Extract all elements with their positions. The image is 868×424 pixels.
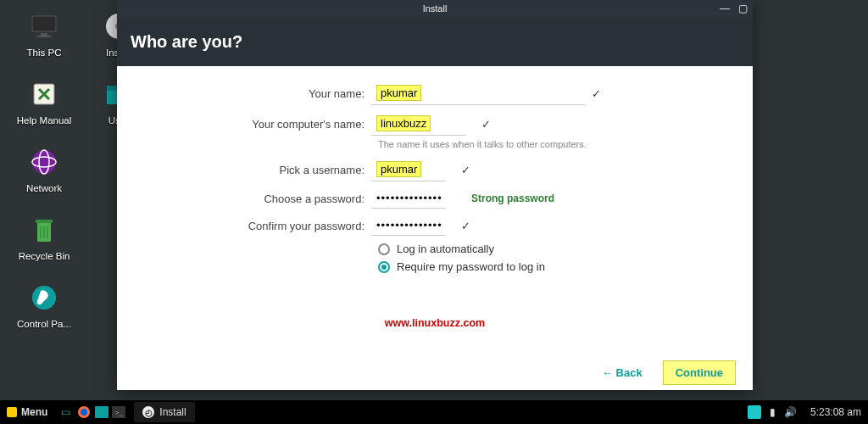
desktop-icon-label: Help Manual [17, 115, 72, 126]
password-input[interactable]: •••••••••••••• [371, 188, 446, 209]
minimize-button[interactable]: — [720, 3, 730, 14]
quick-launch: ▭ >_ [54, 404, 129, 420]
desktop-icon-label: Network [26, 183, 62, 193]
desktop-icon-label: This PC [27, 47, 62, 58]
watermark: www.linuxbuzz.com [117, 317, 753, 329]
wizard-heading: Who are you? [117, 17, 753, 66]
desktop-network[interactable]: Network [14, 144, 75, 193]
monitor-icon [26, 8, 62, 44]
maximize-button[interactable]: ▢ [738, 3, 748, 14]
start-menu-button[interactable]: Menu [0, 400, 54, 424]
desktop-icon-label: Control Pa... [17, 319, 71, 329]
install-task-icon: ◴ [142, 406, 154, 418]
svg-point-4 [32, 150, 56, 174]
radio-icon [378, 261, 390, 273]
book-icon [26, 76, 62, 112]
install-window: Install — ▢ Who are you? Your name: pkum… [117, 0, 753, 390]
check-icon: ✓ [592, 87, 601, 100]
username-input[interactable]: pkumar [371, 158, 446, 181]
desktop-icons-col1: This PC Help Manual Network Recycle Bin … [14, 8, 75, 329]
terminal-icon[interactable]: >_ [112, 406, 125, 418]
tray-app-icon[interactable] [748, 405, 761, 419]
desktop-help-manual[interactable]: Help Manual [14, 76, 75, 126]
radio-icon [378, 243, 390, 255]
svg-rect-0 [32, 16, 56, 31]
file-manager-icon[interactable] [95, 406, 108, 418]
window-controls: — ▢ [720, 3, 748, 14]
svg-point-17 [81, 409, 87, 416]
computer-name-hint: The name it uses when it talks to other … [378, 139, 753, 149]
continue-button[interactable]: Continue [663, 360, 736, 385]
svg-rect-2 [37, 36, 51, 37]
confirm-password-label: Confirm your password: [117, 220, 371, 232]
password-label: Choose a password: [117, 192, 371, 205]
globe-icon [26, 144, 62, 180]
svg-rect-15 [107, 86, 117, 91]
taskbar-install-button[interactable]: ◴ Install [134, 402, 194, 422]
svg-rect-8 [36, 220, 53, 223]
taskbar-clock[interactable]: 5:23:08 am [804, 406, 868, 418]
trash-icon [26, 212, 62, 248]
wizard-buttons: ← Back Continue [602, 360, 736, 385]
window-titlebar[interactable]: Install — ▢ [117, 0, 753, 17]
window-title: Install [423, 3, 448, 14]
computer-name-input[interactable]: linuxbuzz [371, 112, 466, 136]
svg-rect-1 [41, 33, 47, 36]
firefox-icon[interactable] [76, 404, 92, 420]
wrench-icon [26, 280, 62, 315]
battery-icon[interactable]: ▮ [770, 406, 776, 418]
desktop-recycle-bin[interactable]: Recycle Bin [14, 212, 75, 261]
your-name-input[interactable]: pkumar [371, 81, 585, 105]
back-button[interactable]: ← Back [602, 366, 643, 379]
wizard-content: Your name: pkumar ✓ Your computer's name… [117, 66, 753, 390]
system-tray: ▮ 🔊 [741, 405, 804, 419]
check-icon: ✓ [461, 164, 470, 176]
check-icon: ✓ [481, 118, 491, 131]
desktop-control-panel[interactable]: Control Pa... [14, 280, 75, 329]
radio-login-automatically[interactable]: Log in automatically [378, 243, 753, 255]
username-label: Pick a username: [117, 164, 371, 176]
desktop-icon-label: Recycle Bin [19, 251, 70, 261]
desktop-this-pc[interactable]: This PC [14, 8, 75, 58]
your-name-label: Your name: [117, 87, 371, 100]
show-desktop-icon[interactable]: ▭ [58, 404, 73, 420]
confirm-password-input[interactable]: •••••••••••••• [371, 215, 446, 236]
computer-name-label: Your computer's name: [117, 118, 371, 131]
radio-require-password[interactable]: Require my password to log in [378, 260, 753, 273]
arrow-left-icon: ← [602, 366, 613, 379]
taskbar: Menu ▭ >_ ◴ Install ▮ 🔊 5:23:08 am [0, 400, 868, 424]
password-strength: Strong password [471, 192, 554, 204]
volume-icon[interactable]: 🔊 [784, 406, 797, 418]
check-icon: ✓ [461, 220, 470, 232]
menu-logo-icon [7, 407, 17, 417]
